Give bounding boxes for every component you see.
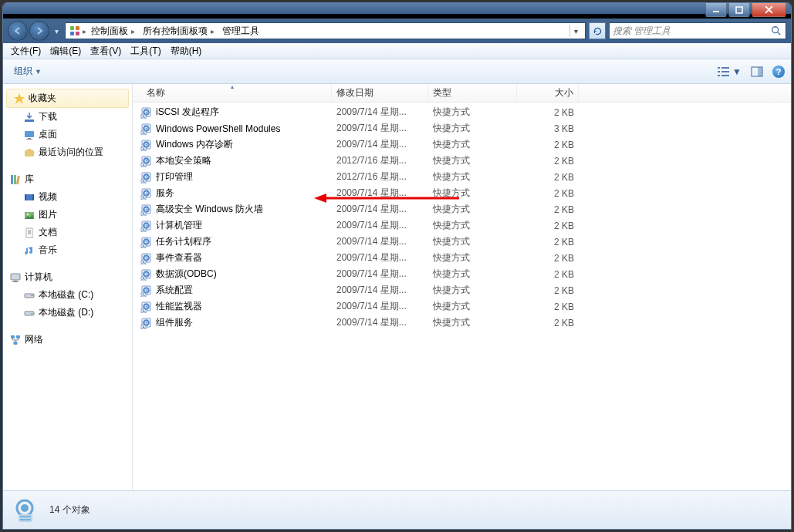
libraries-header[interactable]: 库 <box>3 170 132 188</box>
column-header-name[interactable]: 名称 ▴ <box>133 84 332 102</box>
libraries-label: 库 <box>25 173 34 186</box>
address-bar[interactable]: ▸ 控制面板▸ 所有控制面板项▸ 管理工具 ▾ <box>65 22 586 39</box>
svg-point-57 <box>146 176 147 177</box>
titlebar[interactable] <box>3 3 791 14</box>
file-row[interactable]: 任务计划程序 2009/7/14 星期... 快捷方式 2 KB <box>133 234 791 250</box>
file-date: 2009/7/14 星期... <box>332 187 428 200</box>
file-row[interactable]: 事件查看器 2009/7/14 星期... 快捷方式 2 KB <box>133 250 791 266</box>
menu-view[interactable]: 查看(V) <box>86 43 126 59</box>
svg-point-69 <box>146 224 147 226</box>
svg-point-49 <box>146 143 147 145</box>
file-list[interactable]: iSCSI 发起程序 2009/7/14 星期... 快捷方式 2 KB Win… <box>133 103 791 331</box>
breadcrumb-item[interactable]: 所有控制面板项▸ <box>140 23 219 39</box>
sidebar-item-desktop[interactable]: 桌面 <box>3 126 132 143</box>
search-icon[interactable] <box>770 25 782 37</box>
menu-help[interactable]: 帮助(H) <box>166 43 207 59</box>
menu-tools[interactable]: 工具(T) <box>126 43 165 59</box>
file-row[interactable]: iSCSI 发起程序 2009/7/14 星期... 快捷方式 2 KB <box>133 104 791 120</box>
maximize-button[interactable] <box>728 3 750 17</box>
svg-rect-14 <box>758 67 762 76</box>
sidebar-item-drive-d[interactable]: 本地磁盘 (D:) <box>3 304 132 322</box>
sidebar-item-label: 桌面 <box>39 128 57 141</box>
svg-rect-19 <box>25 150 34 157</box>
close-button[interactable] <box>752 3 786 17</box>
favorites-header[interactable]: 收藏夹 <box>6 89 129 108</box>
window-controls <box>705 3 786 17</box>
help-button[interactable]: ? <box>772 66 785 78</box>
file-type: 快捷方式 <box>428 235 517 248</box>
search-box[interactable] <box>609 22 786 39</box>
chevron-right-icon[interactable]: ▸ <box>81 27 88 35</box>
back-button[interactable] <box>8 21 28 41</box>
sidebar-item-downloads[interactable]: 下载 <box>3 108 132 126</box>
preview-pane-button[interactable] <box>751 66 763 78</box>
network-label: 网络 <box>25 333 43 346</box>
file-row[interactable]: 数据源(ODBC) 2009/7/14 星期... 快捷方式 2 KB <box>133 266 791 282</box>
file-size: 2 KB <box>517 140 579 150</box>
computer-header[interactable]: 计算机 <box>3 268 132 286</box>
file-row[interactable]: 组件服务 2009/7/14 星期... 快捷方式 2 KB <box>133 315 791 331</box>
main-area: 收藏夹 下载 桌面 最近访问的位置 库 <box>3 84 791 490</box>
chevron-right-icon[interactable]: ▸ <box>130 27 137 35</box>
network-header[interactable]: 网络 <box>3 331 132 348</box>
file-name: 数据源(ODBC) <box>156 268 217 281</box>
view-mode-button[interactable]: ▼ <box>717 66 742 78</box>
svg-rect-20 <box>11 175 13 184</box>
svg-rect-36 <box>11 335 15 338</box>
file-row[interactable]: 打印管理 2012/7/16 星期... 快捷方式 2 KB <box>133 169 791 185</box>
sidebar-item-recent[interactable]: 最近访问的位置 <box>3 143 132 161</box>
file-row[interactable]: 系统配置 2009/7/14 星期... 快捷方式 2 KB <box>133 282 791 298</box>
organize-label: 组织 <box>14 65 32 78</box>
file-name: 事件查看器 <box>156 251 202 264</box>
refresh-button[interactable] <box>589 22 606 39</box>
sidebar-item-documents[interactable]: 文档 <box>3 224 132 241</box>
breadcrumb-item[interactable]: 管理工具 <box>219 23 262 39</box>
navigation-pane[interactable]: 收藏夹 下载 桌面 最近访问的位置 库 <box>3 84 133 490</box>
sidebar-item-videos[interactable]: 视频 <box>3 188 132 206</box>
file-row[interactable]: 性能监视器 2009/7/14 星期... 快捷方式 2 KB <box>133 298 791 315</box>
file-row[interactable]: Windows 内存诊断 2009/7/14 星期... 快捷方式 2 KB <box>133 136 791 153</box>
svg-rect-5 <box>76 32 79 35</box>
svg-rect-22 <box>16 175 20 184</box>
column-header-type[interactable]: 类型 <box>428 84 517 102</box>
sidebar-item-music[interactable]: 音乐 <box>3 241 132 259</box>
sidebar-item-pictures[interactable]: 图片 <box>3 206 132 224</box>
file-row[interactable]: 高级安全 Windows 防火墙 2009/7/14 星期... 快捷方式 2 … <box>133 201 791 217</box>
document-icon <box>23 227 35 239</box>
video-icon <box>23 191 35 204</box>
breadcrumb-item[interactable]: 控制面板▸ <box>88 23 140 39</box>
file-type: 快捷方式 <box>428 138 517 151</box>
svg-rect-11 <box>718 75 720 76</box>
desktop-icon <box>23 129 35 141</box>
organize-button[interactable]: 组织 ▼ <box>9 63 46 79</box>
navigation-bar: ▾ ▸ 控制面板▸ 所有控制面板项▸ 管理工具 ▾ <box>3 19 791 43</box>
favorites-label: 收藏夹 <box>29 92 56 105</box>
file-row[interactable]: 服务 2009/7/14 星期... 快捷方式 2 KB <box>133 185 791 201</box>
favorites-group: 收藏夹 下载 桌面 最近访问的位置 <box>3 89 132 161</box>
network-group: 网络 <box>3 331 132 348</box>
sidebar-item-drive-c[interactable]: 本地磁盘 (C:) <box>3 286 132 304</box>
svg-point-27 <box>27 213 29 215</box>
column-header-size[interactable]: 大小 <box>517 84 579 102</box>
chevron-right-icon[interactable]: ▸ <box>209 27 216 35</box>
file-row[interactable]: 计算机管理 2009/7/14 星期... 快捷方式 2 KB <box>133 217 791 234</box>
forward-button[interactable] <box>29 21 49 41</box>
menu-file[interactable]: 文件(F) <box>6 43 46 59</box>
file-name: Windows 内存诊断 <box>156 138 233 151</box>
nav-history-dropdown[interactable]: ▾ <box>51 23 62 39</box>
file-row[interactable]: 本地安全策略 2012/7/16 星期... 快捷方式 2 KB <box>133 153 791 169</box>
svg-point-65 <box>146 208 147 210</box>
address-dropdown[interactable]: ▾ <box>569 25 582 37</box>
menu-edit[interactable]: 编辑(E) <box>46 43 86 59</box>
file-date: 2009/7/14 星期... <box>332 268 428 281</box>
svg-point-85 <box>146 289 147 291</box>
svg-rect-25 <box>32 194 34 200</box>
file-size: 2 KB <box>517 301 579 312</box>
svg-rect-1 <box>736 7 742 13</box>
minimize-button[interactable] <box>705 3 727 17</box>
search-input[interactable] <box>613 25 770 36</box>
svg-rect-18 <box>26 139 32 140</box>
column-header-date[interactable]: 修改日期 <box>332 84 428 102</box>
file-row[interactable]: Windows PowerShell Modules 2009/7/14 星期.… <box>133 120 791 136</box>
file-type: 快捷方式 <box>428 300 517 313</box>
